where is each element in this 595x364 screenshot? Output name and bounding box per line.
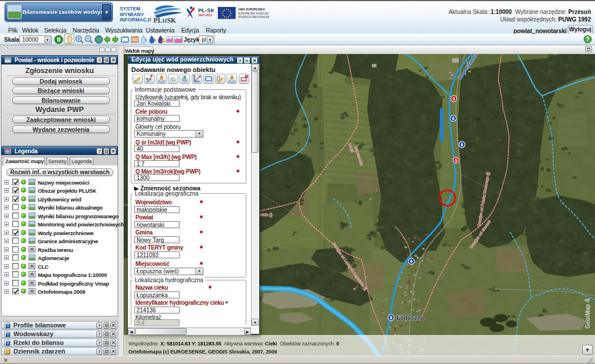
svg-text:ROZWOJU REGIONALNEGO: ROZWOJU REGIONALNEGO — [238, 16, 269, 19]
svg-text:PLuSK: PLuSK — [153, 16, 177, 23]
svg-text:EUROPEJSKI FUNDUSZ: EUROPEJSKI FUNDUSZ — [238, 12, 269, 15]
svg-text:PL-SK: PL-SK — [198, 7, 214, 13]
svg-text:GeoiMap 4: GeoiMap 4 — [583, 298, 592, 329]
svg-text:Lesna (l): Lesna (l) — [258, 212, 273, 217]
svg-text:?: ? — [586, 36, 589, 42]
svg-text:x,y: x,y — [146, 77, 152, 81]
svg-text:UNIA EUROPEJSKA: UNIA EUROPEJSKA — [238, 8, 265, 11]
svg-text:2007-2013: 2007-2013 — [198, 13, 212, 17]
svg-text:Łopuszna: Łopuszna — [397, 315, 424, 321]
